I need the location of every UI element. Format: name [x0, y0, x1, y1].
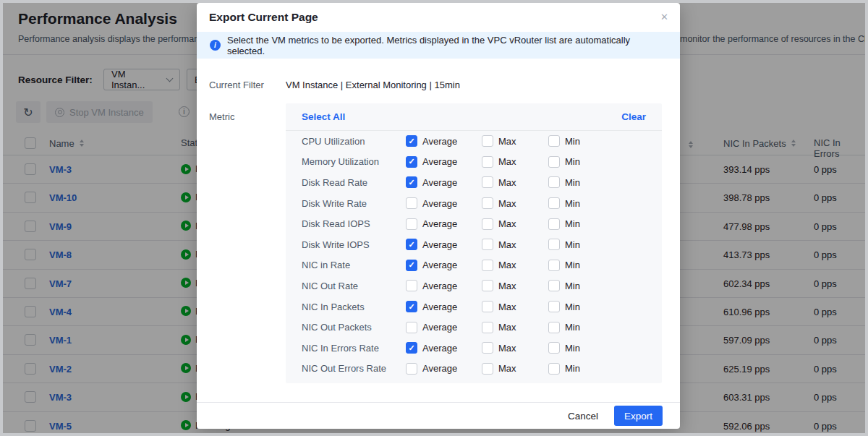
min-checkbox[interactable]: [548, 301, 560, 312]
checkbox-label: Average: [422, 239, 457, 250]
average-checkbox-group[interactable]: Average: [406, 239, 482, 250]
average-checkbox-group[interactable]: Average: [406, 342, 482, 354]
cancel-button[interactable]: Cancel: [568, 411, 598, 422]
max-checkbox-group[interactable]: Max: [482, 342, 548, 354]
min-checkbox-group[interactable]: Min: [548, 280, 580, 291]
min-checkbox-group[interactable]: Min: [548, 156, 580, 168]
min-checkbox[interactable]: [548, 135, 560, 147]
average-checkbox[interactable]: [406, 156, 417, 168]
checkbox-label: Max: [498, 218, 516, 229]
min-checkbox[interactable]: [548, 197, 560, 209]
min-checkbox-group[interactable]: Min: [548, 239, 580, 250]
min-checkbox-group[interactable]: Min: [548, 342, 580, 354]
metric-name: NIC Out Rate: [302, 281, 406, 291]
checkbox-label: Max: [498, 198, 516, 209]
max-checkbox[interactable]: [482, 197, 493, 209]
metric-section: Metric Select All Clear CPU UtilizationA…: [209, 103, 662, 383]
average-checkbox-group[interactable]: Average: [406, 301, 482, 312]
average-checkbox-group[interactable]: Average: [406, 156, 482, 168]
min-checkbox[interactable]: [548, 322, 560, 333]
current-filter-value: VM Instance | External Monitoring | 15mi…: [286, 80, 460, 90]
average-checkbox[interactable]: [406, 218, 417, 230]
min-checkbox[interactable]: [548, 156, 560, 168]
max-checkbox[interactable]: [482, 239, 493, 250]
max-checkbox-group[interactable]: Max: [482, 218, 548, 230]
checkbox-label: Min: [565, 343, 580, 354]
max-checkbox-group[interactable]: Max: [482, 363, 548, 375]
max-checkbox[interactable]: [482, 156, 493, 168]
min-checkbox-group[interactable]: Min: [548, 176, 580, 188]
average-checkbox[interactable]: [406, 260, 417, 271]
average-checkbox[interactable]: [406, 280, 417, 291]
select-all-link[interactable]: Select All: [302, 111, 345, 122]
average-checkbox-group[interactable]: Average: [406, 322, 482, 333]
average-checkbox[interactable]: [406, 197, 417, 209]
max-checkbox-group[interactable]: Max: [482, 176, 548, 188]
max-checkbox[interactable]: [482, 218, 493, 230]
average-checkbox-group[interactable]: Average: [406, 280, 482, 291]
export-button[interactable]: Export: [614, 406, 663, 426]
checkbox-label: Min: [565, 218, 580, 229]
max-checkbox-group[interactable]: Max: [482, 156, 548, 168]
average-checkbox[interactable]: [406, 135, 417, 147]
metric-list: CPU UtilizationAverageMaxMinMemory Utili…: [286, 131, 662, 379]
checkbox-label: Min: [565, 260, 580, 270]
min-checkbox-group[interactable]: Min: [548, 197, 580, 209]
clear-link[interactable]: Clear: [621, 111, 646, 122]
checkbox-label: Average: [422, 302, 457, 312]
min-checkbox[interactable]: [548, 363, 560, 375]
metric-row: Disk Read IOPSAverageMaxMin: [286, 213, 662, 234]
average-checkbox[interactable]: [406, 176, 417, 188]
average-checkbox-group[interactable]: Average: [406, 176, 482, 188]
min-checkbox-group[interactable]: Min: [548, 135, 580, 147]
average-checkbox-group[interactable]: Average: [406, 363, 482, 375]
max-checkbox[interactable]: [482, 363, 493, 375]
min-checkbox[interactable]: [548, 260, 560, 271]
max-checkbox-group[interactable]: Max: [482, 280, 548, 291]
max-checkbox-group[interactable]: Max: [482, 260, 548, 271]
average-checkbox[interactable]: [406, 342, 417, 354]
min-checkbox[interactable]: [548, 218, 560, 230]
checkbox-label: Min: [565, 156, 580, 167]
min-checkbox[interactable]: [548, 280, 560, 291]
average-checkbox[interactable]: [406, 239, 417, 250]
max-checkbox-group[interactable]: Max: [482, 239, 548, 250]
metric-name: Disk Write Rate: [302, 198, 406, 209]
max-checkbox[interactable]: [482, 342, 493, 354]
metric-row: Memory UtilizationAverageMaxMin: [286, 152, 662, 173]
checkbox-label: Max: [498, 363, 516, 374]
min-checkbox-group[interactable]: Min: [548, 363, 580, 375]
checkbox-label: Min: [565, 136, 580, 147]
min-checkbox-group[interactable]: Min: [548, 218, 580, 230]
min-checkbox[interactable]: [548, 239, 560, 250]
min-checkbox[interactable]: [548, 176, 560, 188]
max-checkbox-group[interactable]: Max: [482, 322, 548, 333]
max-checkbox-group[interactable]: Max: [482, 135, 548, 147]
metric-row: NIC In PacketsAverageMaxMin: [286, 296, 662, 317]
min-checkbox[interactable]: [548, 342, 560, 354]
average-checkbox-group[interactable]: Average: [406, 197, 482, 209]
metric-panel: Select All Clear CPU UtilizationAverageM…: [286, 103, 662, 383]
max-checkbox-group[interactable]: Max: [482, 197, 548, 209]
average-checkbox-group[interactable]: Average: [406, 135, 482, 147]
min-checkbox-group[interactable]: Min: [548, 301, 580, 312]
close-icon[interactable]: ✕: [660, 12, 668, 22]
min-checkbox-group[interactable]: Min: [548, 322, 580, 333]
max-checkbox[interactable]: [482, 260, 493, 271]
max-checkbox-group[interactable]: Max: [482, 301, 548, 312]
checkbox-label: Max: [498, 177, 516, 188]
max-checkbox[interactable]: [482, 176, 493, 188]
max-checkbox[interactable]: [482, 135, 493, 147]
max-checkbox[interactable]: [482, 301, 493, 312]
metric-row: NIC Out PacketsAverageMaxMin: [286, 317, 662, 338]
average-checkbox-group[interactable]: Average: [406, 260, 482, 271]
average-checkbox[interactable]: [406, 363, 417, 375]
min-checkbox-group[interactable]: Min: [548, 260, 580, 271]
average-checkbox[interactable]: [406, 322, 417, 333]
average-checkbox-group[interactable]: Average: [406, 218, 482, 230]
average-checkbox[interactable]: [406, 301, 417, 312]
max-checkbox[interactable]: [482, 322, 493, 333]
metric-panel-header: Select All Clear: [286, 103, 662, 131]
checkbox-label: Min: [565, 281, 580, 291]
max-checkbox[interactable]: [482, 280, 493, 291]
